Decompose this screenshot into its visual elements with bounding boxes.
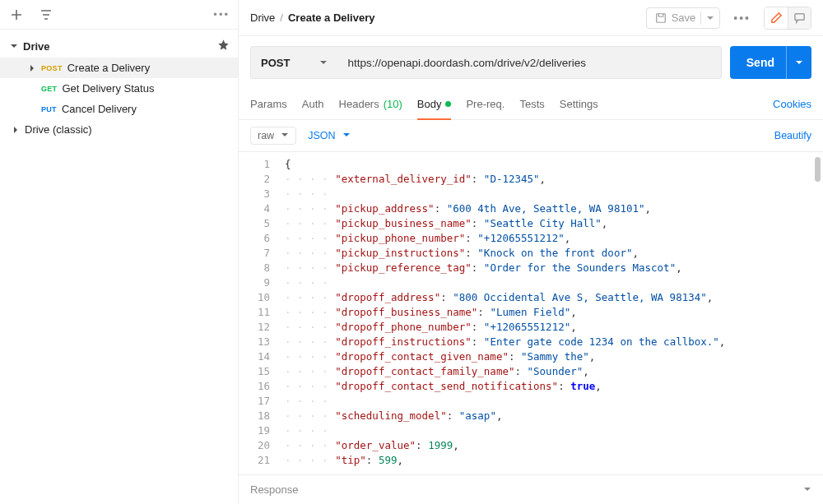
sidebar: ••• Drive POSTCreate a DeliveryGETGet De… bbox=[0, 0, 239, 504]
body-editor[interactable]: 1{2· · · · "external_delivery_id": "D-12… bbox=[239, 152, 823, 474]
sidebar-request-item[interactable]: POSTCreate a Delivery bbox=[0, 58, 238, 78]
sidebar-request-item[interactable]: GETGet Delivery Status bbox=[0, 78, 238, 99]
line-number: 4 bbox=[239, 201, 285, 216]
svg-rect-0 bbox=[656, 13, 665, 22]
whitespace-indicator: · · · · bbox=[285, 321, 334, 333]
code-line[interactable]: 10· · · · "dropoff_address": "800 Occide… bbox=[239, 290, 823, 305]
code-line[interactable]: 14· · · · "dropoff_contact_given_name": … bbox=[239, 349, 823, 364]
code-content: · · · · "pickup_address": "600 4th Ave, … bbox=[285, 201, 651, 216]
whitespace-indicator: · · · · bbox=[285, 232, 334, 244]
line-number: 13 bbox=[239, 335, 285, 349]
chevron-right-icon bbox=[26, 62, 38, 74]
line-number: 11 bbox=[239, 305, 285, 320]
whitespace-indicator: · · · · bbox=[285, 217, 334, 229]
code-line[interactable]: 3· · · · bbox=[239, 187, 823, 201]
line-number: 12 bbox=[239, 320, 285, 335]
tab-auth[interactable]: Auth bbox=[302, 90, 324, 118]
code-line[interactable]: 12· · · · "dropoff_phone_number": "+1206… bbox=[239, 320, 823, 335]
whitespace-indicator: · · · · bbox=[285, 365, 334, 377]
beautify-link[interactable]: Beautify bbox=[774, 130, 811, 141]
save-button[interactable]: Save bbox=[646, 7, 721, 29]
collection-tree: Drive POSTCreate a DeliveryGETGet Delive… bbox=[0, 30, 238, 145]
code-content: · · · · "dropoff_contact_send_notificati… bbox=[285, 379, 602, 394]
code-line[interactable]: 2· · · · "external_delivery_id": "D-1234… bbox=[239, 172, 823, 187]
line-number: 3 bbox=[239, 187, 285, 201]
url-input[interactable]: https://openapi.doordash.com/drive/v2/de… bbox=[337, 46, 721, 79]
method-badge: PUT bbox=[41, 105, 57, 113]
body-mode-select[interactable]: raw bbox=[250, 127, 296, 145]
filter-icon[interactable] bbox=[38, 7, 54, 23]
tab-headers[interactable]: Headers (10) bbox=[339, 90, 402, 118]
comment-icon bbox=[793, 12, 806, 24]
code-line[interactable]: 19· · · · bbox=[239, 423, 823, 438]
more-icon[interactable]: ••• bbox=[728, 12, 756, 25]
line-number: 6 bbox=[239, 231, 285, 246]
code-line[interactable]: 11· · · · "dropoff_business_name": "Lume… bbox=[239, 305, 823, 320]
tab-prereq[interactable]: Pre-req. bbox=[466, 90, 504, 118]
code-line[interactable]: 15· · · · "dropoff_contact_family_name":… bbox=[239, 364, 823, 379]
whitespace-indicator: · · · · bbox=[285, 202, 334, 215]
code-line[interactable]: 8· · · · "pickup_reference_tag": "Order … bbox=[239, 261, 823, 275]
method-select[interactable]: POST bbox=[250, 46, 337, 79]
scrollbar-thumb[interactable] bbox=[815, 157, 821, 182]
plus-icon[interactable] bbox=[8, 7, 25, 23]
code-line[interactable]: 21· · · · "tip": 599, bbox=[239, 453, 823, 468]
response-panel-header[interactable]: Response bbox=[239, 474, 823, 504]
code-content: · · · · "pickup_instructions": "Knock on… bbox=[285, 246, 639, 261]
code-content: · · · · "pickup_business_name": "Seattle… bbox=[285, 216, 607, 231]
chevron-down-icon bbox=[8, 40, 20, 52]
code-line[interactable]: 20· · · · "order_value": 1999, bbox=[239, 438, 823, 453]
collection-drive-classic[interactable]: Drive (classic) bbox=[0, 119, 238, 140]
breadcrumb-separator: / bbox=[280, 12, 283, 24]
chevron-down-icon[interactable] bbox=[700, 12, 714, 25]
whitespace-indicator: · · · · bbox=[285, 380, 334, 392]
code-line[interactable]: 4· · · · "pickup_address": "600 4th Ave,… bbox=[239, 201, 823, 216]
collection-drive[interactable]: Drive bbox=[0, 35, 238, 58]
url-value: https://openapi.doordash.com/drive/v2/de… bbox=[347, 57, 586, 69]
chevron-down-icon[interactable] bbox=[786, 46, 811, 79]
sidebar-request-item[interactable]: PUTCancel Delivery bbox=[0, 99, 238, 119]
star-icon[interactable] bbox=[217, 39, 230, 53]
code-line[interactable]: 1{ bbox=[239, 157, 823, 172]
chevron-down-icon bbox=[281, 130, 289, 141]
whitespace-indicator: · · · · bbox=[285, 261, 334, 274]
breadcrumb-root[interactable]: Drive bbox=[250, 12, 275, 24]
tab-settings[interactable]: Settings bbox=[560, 90, 598, 118]
code-line[interactable]: 13· · · · "dropoff_instructions": "Enter… bbox=[239, 335, 823, 349]
line-number: 7 bbox=[239, 246, 285, 261]
breadcrumb-current: Create a Delivery bbox=[288, 12, 375, 24]
edit-mode-button[interactable] bbox=[765, 7, 788, 29]
save-label: Save bbox=[672, 12, 696, 24]
line-number: 14 bbox=[239, 349, 285, 364]
code-content: · · · · "external_delivery_id": "D-12345… bbox=[285, 172, 546, 187]
breadcrumb: Drive / Create a Delivery bbox=[250, 12, 374, 24]
code-line[interactable]: 16· · · · "dropoff_contact_send_notifica… bbox=[239, 379, 823, 394]
method-badge: GET bbox=[41, 85, 57, 93]
send-button[interactable]: Send bbox=[730, 46, 811, 79]
more-icon[interactable]: ••• bbox=[213, 8, 230, 21]
code-line[interactable]: 9· · · · bbox=[239, 275, 823, 290]
tab-tests[interactable]: Tests bbox=[519, 90, 544, 118]
whitespace-indicator: · · · · bbox=[285, 439, 334, 451]
whitespace-indicator: · · · · bbox=[285, 306, 334, 318]
code-line[interactable]: 18· · · · "scheduling_model": "asap", bbox=[239, 409, 823, 423]
cookies-link[interactable]: Cookies bbox=[773, 98, 811, 110]
code-line[interactable]: 7· · · · "pickup_instructions": "Knock o… bbox=[239, 246, 823, 261]
code-line[interactable]: 6· · · · "pickup_phone_number": "+120655… bbox=[239, 231, 823, 246]
view-mode-toggle bbox=[764, 7, 811, 30]
body-lang-select[interactable]: JSON bbox=[308, 130, 350, 141]
request-tabs: Params Auth Headers (10) Body Pre-req. T… bbox=[239, 89, 823, 120]
collection-label: Drive bbox=[23, 40, 50, 53]
whitespace-indicator: · · · · bbox=[285, 350, 334, 363]
whitespace-indicator: · · · · bbox=[285, 276, 334, 289]
code-line[interactable]: 5· · · · "pickup_business_name": "Seattl… bbox=[239, 216, 823, 231]
code-content: · · · · "pickup_phone_number": "+1206555… bbox=[285, 231, 570, 246]
code-line[interactable]: 17· · · · bbox=[239, 394, 823, 409]
line-number: 15 bbox=[239, 364, 285, 379]
comment-mode-button[interactable] bbox=[788, 7, 811, 29]
topbar: Drive / Create a Delivery Save ••• bbox=[239, 0, 823, 36]
send-label: Send bbox=[746, 56, 774, 69]
tab-body[interactable]: Body bbox=[417, 90, 452, 120]
code-content: · · · · bbox=[285, 394, 335, 409]
tab-params[interactable]: Params bbox=[250, 90, 287, 118]
